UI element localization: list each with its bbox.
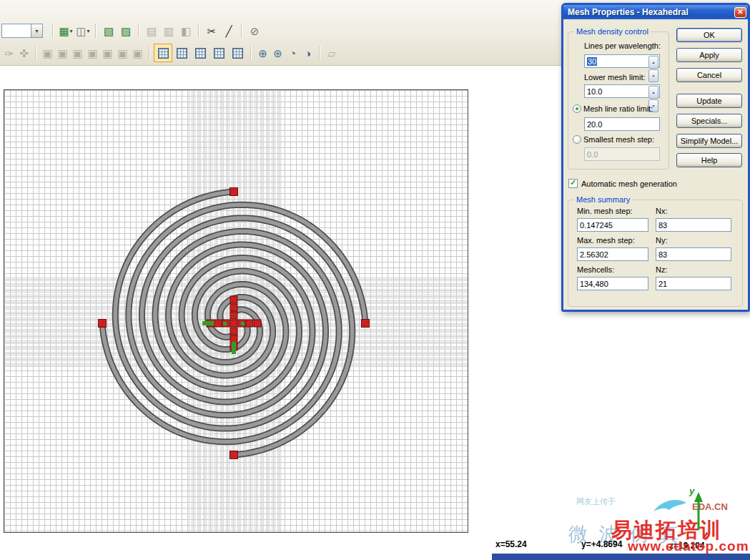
result-table-button: ▥: [160, 22, 177, 39]
rotation-center-icon: ⊛: [273, 48, 282, 59]
toolbar-separator: [319, 46, 320, 60]
toolbar-row-2: ✑✜▣▣▣▣▣▣▣⊕⊛◔◑▱: [1, 43, 339, 63]
simplify-model-button[interactable]: Simplify Model...: [676, 134, 742, 148]
window-layout-button-2: ▣: [55, 44, 70, 62]
dropdown-arrow-icon: ▾: [70, 28, 73, 34]
lines-per-wavelength-input[interactable]: 30 ▲▼: [584, 54, 660, 68]
window-layout-button-5: ▣: [100, 44, 115, 62]
window-layout-button-3: ▣: [70, 44, 85, 62]
half-view-icon: ◑: [305, 48, 311, 59]
spinner-up-icon[interactable]: ▲: [648, 86, 658, 99]
plot-icon: ▤: [147, 26, 157, 36]
auto-mesh-checkbox[interactable]: [568, 179, 578, 188]
pick-point-icon: ✜: [19, 48, 29, 59]
disable-region-icon: ⊘: [250, 26, 260, 36]
lines-per-wavelength-label: Lines per wavelength:: [584, 41, 661, 50]
measure-line-button[interactable]: ╱: [220, 22, 237, 39]
nx-field[interactable]: 83: [656, 218, 731, 232]
apply-button[interactable]: Apply: [676, 48, 742, 62]
close-icon: ✕: [737, 9, 743, 16]
mesh-x-plane-icon: [177, 48, 187, 59]
cancel-button[interactable]: Cancel: [676, 68, 742, 82]
spinner-up-icon[interactable]: ▲: [648, 56, 658, 69]
axes-origin-button[interactable]: ⊕: [255, 44, 270, 62]
ny-field[interactable]: 83: [656, 247, 731, 261]
combo-dropdown-icon[interactable]: ▼: [31, 24, 42, 37]
workplane-toggle-icon: ▧: [104, 26, 114, 36]
status-coord-x: x=55.24: [495, 539, 527, 549]
close-button[interactable]: ✕: [734, 7, 746, 18]
lower-mesh-limit-input[interactable]: 10.0 ▲▼: [584, 84, 660, 98]
y-axis-label: y: [689, 486, 694, 496]
mesh-view-dropdown-button[interactable]: ▦▾: [57, 22, 74, 39]
mesh-ratio-value: 20.0: [587, 120, 602, 129]
mesh-properties-icon: [232, 48, 243, 59]
toolbar-separator: [250, 46, 252, 60]
window-layout-1-icon: ▣: [42, 48, 52, 59]
quarter-view-icon: ◔: [290, 48, 296, 59]
meshcells-value: 134,480: [580, 280, 608, 288]
meshcells-field[interactable]: 134,480: [577, 277, 648, 290]
half-view-button[interactable]: ◑: [300, 44, 315, 62]
selection-combo[interactable]: ▼: [1, 24, 43, 38]
mesh-ratio-radio[interactable]: [573, 104, 581, 113]
mesh-density-group: Mesh density control Lines per wavelengt…: [568, 31, 669, 170]
lines-spinner[interactable]: ▲▼: [648, 56, 658, 67]
mesh-properties-button[interactable]: [228, 44, 247, 62]
parallel-view-button: ▱: [324, 44, 339, 62]
ok-button[interactable]: OK: [676, 28, 742, 42]
toolbar-separator: [138, 24, 139, 38]
dropdown-arrow-icon: ▾: [87, 28, 90, 34]
axes-origin-icon: ⊕: [258, 48, 267, 59]
spinner-down-icon[interactable]: ▼: [648, 69, 658, 82]
disable-region-button[interactable]: ⊘: [246, 22, 263, 39]
window-layout-2-icon: ▣: [57, 48, 67, 59]
cut-plane-button[interactable]: ✂: [203, 22, 220, 39]
smallest-step-radio[interactable]: [573, 135, 581, 144]
window-layout-7-icon: ▣: [132, 48, 142, 59]
ny-label: Ny:: [656, 236, 668, 245]
result-table-icon: ▥: [164, 26, 174, 36]
parallel-view-icon: ▱: [327, 48, 336, 59]
mesh-y-plane-icon: [195, 48, 206, 59]
help-button[interactable]: Help: [676, 153, 742, 167]
plot-button: ▤: [143, 22, 160, 39]
rotation-center-button[interactable]: ⊛: [270, 44, 285, 62]
nz-value: 21: [658, 280, 667, 288]
max-step-value: 2.56302: [580, 250, 608, 259]
toolbar-separator: [198, 24, 199, 38]
mesh-z-plane-button[interactable]: [209, 44, 228, 62]
ny-value: 83: [658, 250, 667, 259]
lower-limit-spinner[interactable]: ▲▼: [648, 86, 658, 97]
update-button[interactable]: Update: [676, 94, 742, 108]
measure-line-icon: ╱: [225, 26, 232, 36]
min-step-field[interactable]: 0.147245: [577, 218, 648, 232]
workplane-toggle-button[interactable]: ▧: [100, 22, 117, 39]
watermark-upload-note: 网友上传于: [576, 496, 616, 507]
max-step-field[interactable]: 2.56302: [577, 247, 648, 261]
lower-mesh-limit-label: Lower mesh limit:: [584, 73, 646, 82]
auto-mesh-label: Automatic mesh generation: [581, 180, 677, 188]
mesh-properties-dialog: Mesh Properties - Hexahedral ✕ Mesh dens…: [561, 3, 750, 312]
specials-button[interactable]: Specials...: [676, 114, 742, 128]
nz-field[interactable]: 21: [656, 277, 731, 290]
window-layout-4-icon: ▣: [87, 48, 97, 59]
window-layout-button-1: ▣: [40, 44, 55, 62]
scene-dropdown-button[interactable]: ◫▾: [74, 22, 92, 39]
mesh-grid[interactable]: [4, 89, 468, 533]
dialog-titlebar[interactable]: Mesh Properties - Hexahedral ✕: [563, 5, 748, 19]
mesh-density-legend: Mesh density control: [574, 27, 651, 36]
meshcells-label: Meshcells:: [577, 265, 614, 274]
mesh-ratio-input[interactable]: 20.0: [584, 117, 660, 131]
lower-mesh-limit-value: 10.0: [587, 87, 602, 96]
nx-value: 83: [658, 221, 667, 230]
window-layout-button-6: ▣: [115, 44, 130, 62]
mesh-x-plane-button[interactable]: [172, 44, 191, 62]
mesh-summary-group: Mesh summary Min. mesh step: 0.147245 Nx…: [568, 200, 743, 307]
scene-dropdown-icon: ◫: [76, 26, 86, 36]
mesh-y-plane-button[interactable]: [191, 44, 209, 62]
quarter-view-button[interactable]: ◔: [285, 44, 300, 62]
material-view-button[interactable]: ▨: [117, 22, 134, 39]
toolbar-row-1: ▼▦▾◫▾▧▨▤▥◧✂╱⊘: [1, 21, 263, 40]
mesh-view-toggle-button[interactable]: [154, 44, 172, 62]
